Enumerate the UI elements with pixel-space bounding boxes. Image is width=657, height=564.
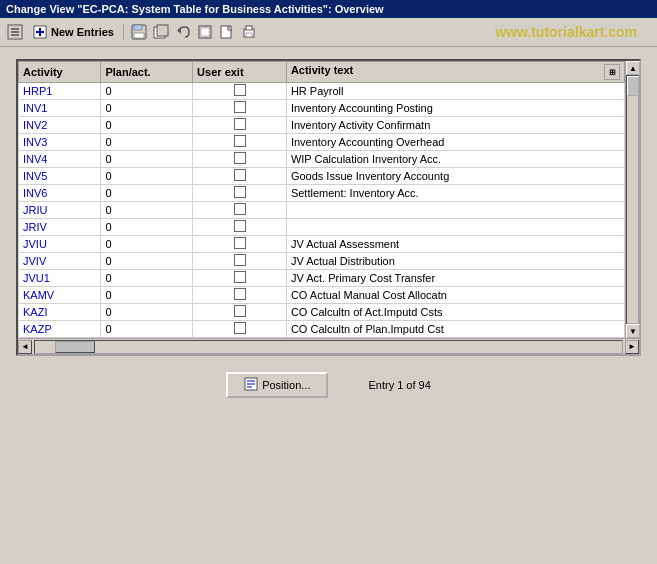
userexit-checkbox[interactable] <box>234 101 246 113</box>
table-row[interactable]: INV20Inventory Activity Confirmatn <box>19 117 625 134</box>
userexit-cell[interactable] <box>193 321 287 338</box>
activity-cell[interactable]: INV1 <box>19 100 101 117</box>
column-settings-icon[interactable]: ⊞ <box>604 64 620 80</box>
planact-cell: 0 <box>101 202 193 219</box>
userexit-checkbox[interactable] <box>234 254 246 266</box>
planact-cell: 0 <box>101 117 193 134</box>
activity-cell[interactable]: INV2 <box>19 117 101 134</box>
undo-icon[interactable] <box>174 23 192 41</box>
scroll-thumb[interactable] <box>627 76 639 96</box>
userexit-checkbox[interactable] <box>234 135 246 147</box>
userexit-cell[interactable] <box>193 219 287 236</box>
scroll-down-arrow[interactable]: ▼ <box>626 324 640 338</box>
table-row[interactable]: HRP10HR Payroll <box>19 83 625 100</box>
activity-cell[interactable]: KAZP <box>19 321 101 338</box>
col-header-planact: Plan/act. <box>101 62 193 83</box>
table-row[interactable]: JVIV0JV Actual Distribution <box>19 253 625 270</box>
position-button[interactable]: Position... <box>226 372 328 398</box>
bottom-bar: Position... Entry 1 of 94 <box>16 372 641 398</box>
table-row[interactable]: INV30Inventory Accounting Overhead <box>19 134 625 151</box>
table-row[interactable]: JRIV0 <box>19 219 625 236</box>
userexit-checkbox[interactable] <box>234 288 246 300</box>
entry-info: Entry 1 of 94 <box>368 379 430 391</box>
table-container: Activity Plan/act. User exit Activity te… <box>16 59 641 356</box>
h-scroll-track[interactable] <box>34 340 623 354</box>
userexit-cell[interactable] <box>193 168 287 185</box>
table-row[interactable]: INV50Goods Issue Inventory Accountg <box>19 168 625 185</box>
activity-cell[interactable]: JRIV <box>19 219 101 236</box>
userexit-checkbox[interactable] <box>234 118 246 130</box>
separator-1 <box>123 24 124 40</box>
copy-save-icon[interactable] <box>152 23 170 41</box>
scroll-up-arrow[interactable]: ▲ <box>626 61 640 75</box>
scroll-track[interactable] <box>626 75 639 324</box>
planact-cell: 0 <box>101 236 193 253</box>
col-header-activitytext: Activity text ⊞ <box>286 62 624 83</box>
table-row[interactable]: JRIU0 <box>19 202 625 219</box>
userexit-cell[interactable] <box>193 253 287 270</box>
userexit-cell[interactable] <box>193 117 287 134</box>
activity-cell[interactable]: INV6 <box>19 185 101 202</box>
table-row[interactable]: KAMV0CO Actual Manual Cost Allocatn <box>19 287 625 304</box>
userexit-checkbox[interactable] <box>234 169 246 181</box>
vertical-scrollbar[interactable]: ▲ ▼ <box>625 61 639 338</box>
activity-cell[interactable]: INV5 <box>19 168 101 185</box>
activity-cell[interactable]: INV4 <box>19 151 101 168</box>
userexit-checkbox[interactable] <box>234 84 246 96</box>
userexit-cell[interactable] <box>193 270 287 287</box>
print-icon[interactable] <box>240 23 258 41</box>
scroll-right-arrow[interactable]: ► <box>625 340 639 354</box>
userexit-cell[interactable] <box>193 202 287 219</box>
scroll-left-arrow[interactable]: ◄ <box>18 340 32 354</box>
userexit-cell[interactable] <box>193 287 287 304</box>
activity-cell[interactable]: JRIU <box>19 202 101 219</box>
table-row[interactable]: JVIU0JV Actual Assessment <box>19 236 625 253</box>
planact-cell: 0 <box>101 270 193 287</box>
userexit-cell[interactable] <box>193 185 287 202</box>
userexit-checkbox[interactable] <box>234 203 246 215</box>
table-row[interactable]: KAZP0CO Calcultn of Plan.Imputd Cst <box>19 321 625 338</box>
table-row[interactable]: KAZI0CO Calcultn of Act.Imputd Csts <box>19 304 625 321</box>
refresh-icon[interactable] <box>196 23 214 41</box>
table-row[interactable]: INV40WIP Calculation Inventory Acc. <box>19 151 625 168</box>
title-text: Change View "EC-PCA: System Table for Bu… <box>6 3 384 15</box>
svg-rect-19 <box>246 33 252 37</box>
table-row[interactable]: JVU10JV Act. Primary Cost Transfer <box>19 270 625 287</box>
activity-cell[interactable]: JVIU <box>19 236 101 253</box>
settings-icon[interactable] <box>6 23 24 41</box>
activitytext-cell: JV Actual Assessment <box>286 236 624 253</box>
table-row[interactable]: INV60Settlement: Inventory Acc. <box>19 185 625 202</box>
activity-cell[interactable]: JVIV <box>19 253 101 270</box>
save-icon[interactable] <box>130 23 148 41</box>
activitytext-cell: JV Actual Distribution <box>286 253 624 270</box>
table-row[interactable]: INV10Inventory Accounting Posting <box>19 100 625 117</box>
svg-rect-11 <box>157 25 168 36</box>
userexit-checkbox[interactable] <box>234 322 246 334</box>
userexit-cell[interactable] <box>193 83 287 100</box>
col-header-userexit: User exit <box>193 62 287 83</box>
new-entries-button[interactable]: New Entries <box>28 22 117 42</box>
activity-cell[interactable]: KAMV <box>19 287 101 304</box>
activity-cell[interactable]: JVU1 <box>19 270 101 287</box>
local-file-icon[interactable] <box>218 23 236 41</box>
userexit-checkbox[interactable] <box>234 271 246 283</box>
activitytext-cell <box>286 202 624 219</box>
userexit-cell[interactable] <box>193 151 287 168</box>
userexit-checkbox[interactable] <box>234 305 246 317</box>
userexit-cell[interactable] <box>193 236 287 253</box>
userexit-checkbox[interactable] <box>234 220 246 232</box>
activity-cell[interactable]: KAZI <box>19 304 101 321</box>
activity-cell[interactable]: INV3 <box>19 134 101 151</box>
userexit-cell[interactable] <box>193 304 287 321</box>
userexit-checkbox[interactable] <box>234 186 246 198</box>
watermark: www.tutorialkart.com <box>495 24 637 40</box>
planact-cell: 0 <box>101 185 193 202</box>
table-body: HRP10HR PayrollINV10Inventory Accounting… <box>19 83 625 338</box>
userexit-checkbox[interactable] <box>234 152 246 164</box>
userexit-cell[interactable] <box>193 134 287 151</box>
userexit-cell[interactable] <box>193 100 287 117</box>
userexit-checkbox[interactable] <box>234 237 246 249</box>
h-scroll-thumb[interactable] <box>55 341 95 353</box>
activity-cell[interactable]: HRP1 <box>19 83 101 100</box>
new-entries-icon <box>31 23 49 41</box>
